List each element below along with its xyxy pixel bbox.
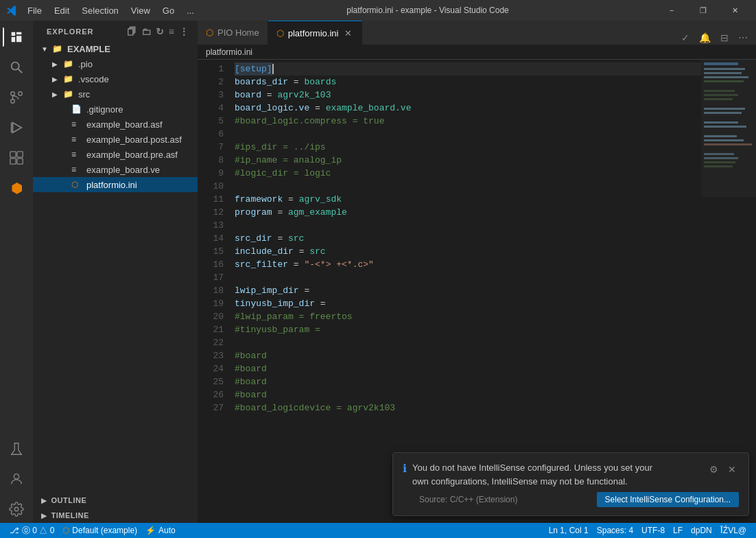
status-ln-col[interactable]: Ln 1, Col 1 bbox=[545, 523, 593, 538]
outline-section-header[interactable]: ▶ OUTLINE bbox=[33, 493, 198, 508]
file-board-ve-icon: ≡ bbox=[71, 165, 84, 174]
select-intellisense-button[interactable]: Select IntelliSense Configuration... bbox=[597, 492, 739, 507]
svg-rect-10 bbox=[17, 159, 23, 164]
code-editor: 1234567891011121314151617181920212223242… bbox=[198, 60, 756, 523]
search-activity-icon[interactable] bbox=[3, 54, 30, 81]
refresh-icon[interactable]: ↻ bbox=[156, 26, 165, 37]
menu-view[interactable]: View bbox=[126, 4, 156, 17]
status-spaces-label: Spaces: 4 bbox=[597, 526, 633, 535]
tab-bar: ⬡ PIO Home ⬡ platformio.ini ✕ ✓ 🔔 ⊟ ⋯ bbox=[198, 21, 756, 45]
svg-point-4 bbox=[19, 92, 23, 96]
tab-more-icon[interactable]: ⋯ bbox=[735, 31, 751, 45]
board-ve-label: example_board.ve bbox=[86, 165, 160, 175]
tab-close-button[interactable]: ✕ bbox=[342, 27, 353, 38]
menu-go[interactable]: Go bbox=[157, 4, 180, 17]
new-file-icon[interactable]: 🗍 bbox=[127, 26, 137, 37]
status-spaces[interactable]: Spaces: 4 bbox=[593, 523, 637, 538]
svg-point-0 bbox=[12, 62, 19, 70]
code-line: #logic_dir = logic bbox=[235, 167, 701, 180]
source-control-activity-icon[interactable] bbox=[3, 84, 30, 111]
tree-root-example[interactable]: ▼ 📁 EXAMPLE bbox=[33, 41, 198, 56]
svg-point-2 bbox=[11, 92, 15, 96]
code-line bbox=[235, 219, 701, 232]
svg-rect-7 bbox=[10, 152, 16, 157]
settings-activity-icon[interactable] bbox=[3, 495, 30, 523]
notification-line1: You do not have IntelliSense configured.… bbox=[412, 463, 652, 473]
extensions-activity-icon[interactable] bbox=[3, 144, 30, 172]
tree-item-pio[interactable]: ▶ 📁 .pio bbox=[33, 56, 198, 71]
account-activity-icon[interactable] bbox=[3, 465, 30, 493]
tab-layout-icon[interactable]: ⊟ bbox=[718, 31, 731, 45]
sidebar: EXPLORER 🗍 🗀 ↻ ≡ ⋮ ▼ 📁 EXAMPLE ▶ 📁 .pio bbox=[33, 21, 198, 523]
svg-marker-5 bbox=[13, 123, 22, 133]
code-line: #board_logic.compress = true bbox=[235, 115, 701, 128]
tab-pio-home-label: PIO Home bbox=[217, 27, 259, 38]
notification-gear-icon[interactable]: ⚙ bbox=[707, 463, 721, 476]
tree-item-gitignore[interactable]: ▶ 📄 .gitignore bbox=[33, 102, 198, 117]
status-pio-label: Default (example) bbox=[72, 526, 137, 535]
run-activity-icon[interactable] bbox=[3, 114, 30, 141]
platformio-activity-icon[interactable]: ⬢ bbox=[3, 174, 30, 202]
new-folder-icon[interactable]: 🗀 bbox=[141, 26, 152, 37]
notification-close-icon[interactable]: ✕ bbox=[725, 463, 739, 476]
tree-item-platformio-ini[interactable]: ▶ ⬡ platformio.ini bbox=[33, 177, 198, 192]
code-line: #ips_dir = ../ips bbox=[235, 141, 701, 154]
sidebar-header-actions: 🗍 🗀 ↻ ≡ ⋮ bbox=[127, 26, 189, 37]
code-line: #ip_name = analog_ip bbox=[235, 154, 701, 167]
status-extra-label: ǏŹVL@ bbox=[720, 526, 746, 535]
tab-bell-icon[interactable]: 🔔 bbox=[696, 31, 713, 45]
tab-platformio-ini[interactable]: ⬡ platformio.ini ✕ bbox=[268, 21, 363, 45]
code-line: #board bbox=[235, 388, 701, 401]
code-line bbox=[235, 180, 701, 193]
breadcrumb: platformio.ini bbox=[198, 45, 756, 60]
code-line bbox=[235, 271, 701, 284]
menu-edit[interactable]: Edit bbox=[49, 4, 75, 17]
tab-pio-home-icon: ⬡ bbox=[206, 27, 213, 38]
notification-actions: ⚙ ✕ bbox=[707, 463, 739, 476]
svg-rect-9 bbox=[10, 159, 16, 164]
code-line: #board bbox=[235, 349, 701, 362]
test-activity-icon[interactable] bbox=[3, 435, 30, 463]
file-board-pre-asf-icon: ≡ bbox=[71, 150, 84, 159]
more-actions-icon[interactable]: ⋮ bbox=[179, 26, 189, 37]
menu-file[interactable]: File bbox=[22, 4, 47, 17]
status-pio-default[interactable]: ⬡ Default (example) bbox=[58, 523, 141, 538]
board-post-asf-label: example_board.post.asf bbox=[86, 134, 182, 145]
tab-pio-home[interactable]: ⬡ PIO Home bbox=[198, 21, 268, 45]
status-eol[interactable]: LF bbox=[669, 523, 687, 538]
tree-item-board-asf[interactable]: ▶ ≡ example_board.asf bbox=[33, 117, 198, 132]
tree-item-board-ve[interactable]: ▶ ≡ example_board.ve bbox=[33, 162, 198, 177]
notification-header: ℹ You do not have IntelliSense configure… bbox=[403, 461, 739, 488]
status-encoding[interactable]: UTF-8 bbox=[637, 523, 669, 538]
restore-button[interactable]: ❐ bbox=[687, 0, 719, 21]
status-auto[interactable]: ⚡ Auto bbox=[141, 523, 180, 538]
folder-pio-icon: 📁 bbox=[63, 59, 75, 69]
file-board-asf-icon: ≡ bbox=[71, 119, 84, 129]
code-line: framework = agrv_sdk bbox=[235, 193, 701, 206]
tree-item-board-post-asf[interactable]: ▶ ≡ example_board.post.asf bbox=[33, 132, 198, 147]
tree-item-vscode[interactable]: ▶ 📁 .vscode bbox=[33, 71, 198, 86]
breadcrumb-file[interactable]: platformio.ini bbox=[206, 47, 252, 57]
pio-status-icon: ⬡ bbox=[62, 526, 69, 535]
tab-checkmark-icon[interactable]: ✓ bbox=[678, 31, 692, 45]
code-line: include_dir = src bbox=[235, 245, 701, 258]
minimize-button[interactable]: − bbox=[656, 0, 687, 21]
timeline-section-header[interactable]: ▶ TIMELINE bbox=[33, 508, 198, 523]
code-line: #board_logicdevice = agrv2k103 bbox=[235, 401, 701, 414]
menu-more[interactable]: ... bbox=[181, 4, 200, 17]
status-extra[interactable]: ǏŹVL@ bbox=[716, 523, 751, 538]
tree-item-board-pre-asf[interactable]: ▶ ≡ example_board.pre.asf bbox=[33, 147, 198, 162]
status-git[interactable]: ⎇ ⓪ 0 △ 0 bbox=[5, 523, 58, 538]
collapse-all-icon[interactable]: ≡ bbox=[169, 26, 175, 37]
notification-info-icon: ℹ bbox=[403, 462, 407, 475]
tree-item-src[interactable]: ▶ 📁 src bbox=[33, 86, 198, 102]
menu-selection[interactable]: Selection bbox=[76, 4, 123, 17]
notification-source: Source: C/C++ (Extension) bbox=[419, 495, 517, 504]
status-lang[interactable]: dpDN bbox=[687, 523, 716, 538]
close-button[interactable]: ✕ bbox=[719, 0, 751, 21]
file-tree: ▼ 📁 EXAMPLE ▶ 📁 .pio ▶ 📁 .vscode ▶ 📁 src bbox=[33, 40, 198, 493]
code-line bbox=[235, 336, 701, 349]
src-chevron: ▶ bbox=[52, 91, 63, 98]
notification-panel: ℹ You do not have IntelliSense configure… bbox=[392, 452, 749, 516]
explorer-activity-icon[interactable] bbox=[3, 23, 30, 51]
